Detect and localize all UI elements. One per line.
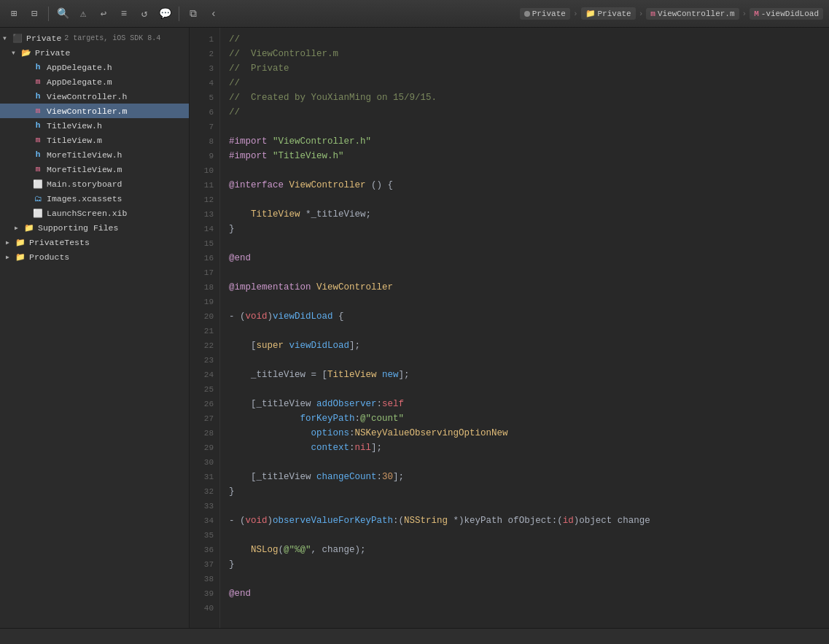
line-num-15: 15: [190, 236, 219, 251]
code-line-11: @interface ViewController () {: [229, 178, 829, 193]
sidebar: ▼ ⬛ Private 2 targets, iOS SDK 8.4 ▼ 📂 P…: [0, 28, 190, 628]
arrow-right-icon-2: ▶: [6, 239, 15, 246]
arrow-right-icon-3: ▶: [6, 254, 15, 260]
sidebar-item-appdelegate-m[interactable]: m AppDelegate.m: [0, 74, 189, 89]
sidebar-products-label: Products: [29, 252, 69, 262]
toolbar-icon-refresh[interactable]: ↺: [136, 6, 152, 22]
line-num-7: 7: [190, 120, 219, 134]
line-num-24: 24: [190, 368, 219, 382]
folder-icon-4: 📁: [15, 251, 26, 263]
breadcrumb-label-2: Private: [598, 9, 631, 18]
bottom-bar: [0, 628, 829, 644]
toolbar-icon-list[interactable]: ⊟: [26, 6, 42, 22]
sidebar-item-moretitleview-h[interactable]: h MoreTitleView.h: [0, 147, 189, 162]
line-num-38: 38: [190, 572, 219, 586]
sidebar-item-appdelegate-h[interactable]: h AppDelegate.h: [0, 60, 189, 74]
line-num-20: 20: [190, 309, 219, 324]
sidebar-item-launchscreen-xib[interactable]: ⬜ LaunchScreen.xib: [0, 206, 189, 220]
code-area[interactable]: 1234567891011121314151617181920212223242…: [190, 28, 829, 628]
breadcrumb-private-dot[interactable]: Private: [520, 8, 570, 20]
line-num-23: 23: [190, 353, 219, 368]
line-num-40: 40: [190, 601, 219, 616]
sidebar-item-viewcontroller-m[interactable]: m ViewController.m: [0, 104, 189, 118]
sidebar-item-private-folder[interactable]: ▼ 📂 Private: [0, 45, 189, 60]
sidebar-item-titleview-h[interactable]: h TitleView.h: [0, 118, 189, 133]
toolbar-icon-warn[interactable]: ⚠: [75, 6, 91, 22]
breadcrumb-viewdidload[interactable]: M -viewDidLoad: [750, 8, 823, 20]
line-num-1: 1: [190, 32, 219, 47]
code-line-38: [229, 572, 829, 586]
code-line-10: [229, 163, 829, 178]
sidebar-supporting-files-label: Supporting Files: [38, 223, 118, 233]
code-line-5: // Created by YouXianMing on 15/9/15.: [229, 90, 829, 105]
sidebar-root-label: Private: [26, 34, 61, 43]
code-editor[interactable]: 1234567891011121314151617181920212223242…: [190, 28, 829, 628]
code-line-32: }: [229, 484, 829, 499]
line-num-6: 6: [190, 105, 219, 120]
sidebar-appdelegate-m-label: AppDelegate.m: [47, 77, 112, 87]
toolbar-icon-comment[interactable]: 💬: [157, 6, 173, 22]
toolbar-icon-lines[interactable]: ≡: [116, 6, 132, 22]
breadcrumb-sep-3: ›: [742, 9, 747, 18]
code-line-6: //: [229, 105, 829, 120]
toolbar-icon-layout[interactable]: ⧉: [185, 6, 201, 22]
breadcrumb-label-4: -viewDidLoad: [761, 9, 819, 18]
sidebar-item-private-tests[interactable]: ▶ 📁 PrivateTests: [0, 235, 189, 249]
code-line-30: [229, 455, 829, 470]
m-file-icon-4: m: [32, 163, 44, 175]
line-num-37: 37: [190, 557, 219, 572]
code-line-4: //: [229, 76, 829, 90]
sidebar-titleview-m-label: TitleView.m: [47, 136, 102, 145]
code-line-15: [229, 236, 829, 251]
h-file-icon-2: h: [32, 90, 44, 102]
code-line-31: [_titleView changeCount:30];: [229, 470, 829, 484]
code-line-8: #import "ViewController.h": [229, 134, 829, 149]
line-num-13: 13: [190, 207, 219, 222]
line-num-27: 27: [190, 411, 219, 426]
line-num-34: 34: [190, 513, 219, 528]
toolbar-sep-1: [48, 7, 49, 21]
breadcrumb-folder-private[interactable]: 📁 Private: [581, 7, 636, 20]
sidebar-appdelegate-h-label: AppDelegate.h: [47, 63, 112, 72]
sidebar-item-products[interactable]: ▶ 📁 Products: [0, 249, 189, 264]
toolbar-icon-back[interactable]: ↩: [96, 6, 112, 22]
breadcrumb-viewcontroller-m[interactable]: m ViewController.m: [646, 8, 739, 20]
project-icon: ⬛: [12, 32, 23, 44]
code-line-17: [229, 265, 829, 280]
h-file-icon-3: h: [32, 120, 44, 131]
code-content[interactable]: //// ViewController.m// Private//// Crea…: [220, 28, 829, 628]
m-file-icon-3: m: [32, 134, 44, 146]
sidebar-item-titleview-m[interactable]: m TitleView.m: [0, 133, 189, 147]
sidebar-item-moretitleview-m[interactable]: m MoreTitleView.m: [0, 162, 189, 176]
folder-open-icon: 📂: [20, 47, 32, 58]
line-num-19: 19: [190, 295, 219, 309]
line-num-35: 35: [190, 528, 219, 543]
toolbar-icon-search[interactable]: 🔍: [55, 6, 71, 22]
sidebar-item-images-xcassets[interactable]: 🗂 Images.xcassets: [0, 191, 189, 206]
line-num-31: 31: [190, 470, 219, 484]
line-num-5: 5: [190, 90, 219, 105]
line-num-17: 17: [190, 265, 219, 280]
folder-icon-2: 📁: [23, 222, 35, 233]
sidebar-root[interactable]: ▼ ⬛ Private 2 targets, iOS SDK 8.4: [0, 31, 189, 45]
sidebar-moretitleview-m-label: MoreTitleView.m: [47, 165, 122, 174]
sidebar-private-tests-label: PrivateTests: [29, 238, 90, 247]
line-num-18: 18: [190, 280, 219, 295]
toolbar-icon-grid[interactable]: ⊞: [6, 6, 22, 22]
sidebar-item-viewcontroller-h[interactable]: h ViewController.h: [0, 89, 189, 104]
main-area: ▼ ⬛ Private 2 targets, iOS SDK 8.4 ▼ 📂 P…: [0, 28, 829, 628]
breadcrumb-sep-1: ›: [573, 9, 578, 18]
line-num-14: 14: [190, 222, 219, 236]
code-line-25: [229, 382, 829, 397]
sidebar-viewcontroller-m-label: ViewController.m: [47, 106, 127, 116]
breadcrumb-label-3: ViewController.m: [658, 9, 735, 18]
code-line-27: forKeyPath:@"count": [229, 411, 829, 426]
m-icon: m: [650, 9, 655, 18]
sidebar-item-main-storyboard[interactable]: ⬜ Main.storyboard: [0, 176, 189, 191]
code-line-33: [229, 499, 829, 513]
code-line-9: #import "TitleView.h": [229, 149, 829, 163]
toolbar-icon-chevron-left[interactable]: ‹: [206, 6, 222, 22]
sidebar-item-supporting-files[interactable]: ▶ 📁 Supporting Files: [0, 220, 189, 235]
sidebar-private-label: Private: [35, 48, 70, 58]
code-line-20: - (void)viewDidLoad {: [229, 309, 829, 324]
